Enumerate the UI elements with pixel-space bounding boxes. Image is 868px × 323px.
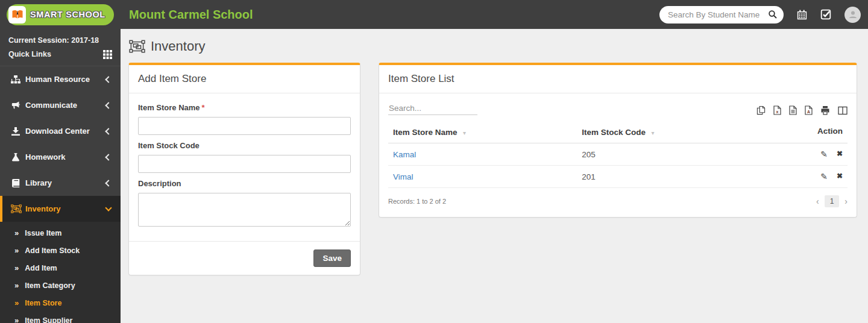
list-title: Item Store List [388, 73, 454, 84]
description-label: Description [138, 179, 351, 188]
sidebar-item-label: Homework [25, 152, 106, 162]
logo-text: SMART SCHOOL [30, 10, 105, 19]
sort-icon: ▾ [652, 130, 655, 136]
double-angle-right-icon: » [14, 281, 19, 290]
current-session-label: Current Session: 2017-18 [8, 34, 112, 46]
calendar-icon[interactable] [797, 10, 807, 20]
store-name-link[interactable]: Kamal [393, 150, 416, 159]
student-search-box [659, 6, 784, 24]
logo-pill: SMART SCHOOL [7, 4, 114, 25]
description-textarea[interactable] [138, 193, 351, 227]
flask-icon [11, 152, 25, 162]
inventory-submenu: » Issue Item » Add Item Stock » Add Item… [0, 222, 121, 323]
object-group-icon [129, 40, 145, 53]
item-stock-code-input[interactable] [138, 155, 351, 173]
task-check-icon[interactable] [820, 9, 831, 20]
double-angle-right-icon: » [14, 228, 19, 237]
delete-icon[interactable]: ✖ [837, 172, 843, 181]
copy-icon[interactable] [756, 105, 766, 115]
next-page-icon[interactable]: › [844, 196, 848, 206]
submenu-item-item-store[interactable]: » Item Store [0, 294, 121, 312]
school-name: Mount Carmel School [129, 8, 253, 22]
col-item-stock-code[interactable]: Item Stock Code [582, 128, 646, 137]
chevron-left-icon [105, 102, 112, 108]
delete-icon[interactable]: ✖ [837, 149, 843, 159]
submenu-item-item-category[interactable]: » Item Category [0, 277, 121, 294]
sort-icon: ▾ [463, 130, 466, 136]
add-item-store-panel: Add Item Store Item Store Name* Item Sto… [128, 63, 360, 275]
sidebar-item-label: Download Center [25, 127, 106, 136]
col-item-store-name[interactable]: Item Store Name [393, 128, 458, 137]
print-icon[interactable] [820, 105, 830, 115]
chevron-left-icon [105, 128, 112, 134]
required-marker: * [202, 103, 205, 112]
sidebar-item-inventory[interactable]: Inventory [0, 196, 121, 222]
pagination: ‹ 1 › [816, 195, 848, 207]
stock-code-value: 201 [582, 172, 788, 181]
main-content: Inventory Add Item Store Item Store Name… [121, 29, 868, 323]
submenu-item-add-item[interactable]: » Add Item [0, 259, 121, 277]
sidebar-item-download-center[interactable]: Download Center [0, 118, 121, 144]
submenu-item-item-supplier[interactable]: » Item Supplier [0, 312, 121, 323]
item-store-name-input[interactable] [138, 117, 351, 135]
sidebar-item-label: Communicate [25, 101, 106, 110]
book-icon [11, 178, 25, 188]
list-search-input[interactable] [388, 102, 477, 115]
bullhorn-icon [11, 101, 25, 110]
edit-icon[interactable]: ✎ [820, 172, 828, 181]
student-search-input[interactable] [668, 10, 768, 19]
user-avatar[interactable] [844, 7, 861, 23]
double-angle-right-icon: » [14, 316, 19, 323]
double-angle-right-icon: » [14, 263, 19, 272]
edit-icon[interactable]: ✎ [820, 149, 828, 159]
download-icon [11, 127, 25, 136]
item-stock-code-label: Item Stock Code [138, 141, 351, 150]
sitemap-icon [11, 75, 25, 84]
sidebar: Current Session: 2017-18 Quick Links [0, 29, 121, 323]
logo[interactable]: SMART SCHOOL [0, 0, 121, 29]
svg-text:A: A [807, 110, 810, 114]
chevron-left-icon [105, 76, 112, 83]
page-number[interactable]: 1 [825, 195, 840, 207]
quick-links-label: Quick Links [8, 48, 51, 60]
sidebar-item-communicate[interactable]: Communicate [0, 92, 121, 118]
csv-icon[interactable] [789, 105, 797, 115]
table-header: Item Store Name ▾ Item Stock Code ▾ Acti… [388, 123, 848, 143]
object-group-icon [11, 204, 25, 213]
submenu-item-add-item-stock[interactable]: » Add Item Stock [0, 242, 121, 259]
chevron-left-icon [105, 154, 112, 160]
sidebar-item-homework[interactable]: Homework [0, 144, 121, 170]
prev-page-icon[interactable]: ‹ [816, 196, 819, 206]
records-summary: Records: 1 to 2 of 2 [388, 198, 446, 205]
chevron-left-icon [105, 180, 112, 186]
pdf-icon[interactable]: A [805, 105, 813, 115]
search-icon[interactable] [768, 10, 778, 19]
item-store-name-label: Item Store Name* [138, 103, 351, 112]
columns-icon[interactable] [838, 106, 848, 115]
stock-code-value: 205 [582, 150, 788, 159]
svg-text:x: x [776, 110, 779, 114]
sidebar-item-human-resource[interactable]: Human Resource [0, 66, 121, 92]
table-row: Vimal 201 ✎ ✖ [388, 166, 848, 188]
chevron-down-icon [105, 204, 112, 211]
double-angle-right-icon: » [14, 298, 19, 307]
page-title: Inventory [151, 39, 206, 54]
open-book-icon [8, 6, 26, 24]
store-name-link[interactable]: Vimal [393, 172, 414, 181]
grid-icon[interactable] [103, 50, 112, 59]
sidebar-item-library[interactable]: Library [0, 170, 121, 196]
col-action: Action [788, 127, 843, 137]
top-header: SMART SCHOOL Mount Carmel School [0, 0, 868, 29]
form-title: Add Item Store [138, 73, 206, 84]
save-button[interactable]: Save [313, 249, 351, 267]
excel-icon[interactable]: x [773, 105, 781, 115]
sidebar-item-label: Library [25, 178, 106, 187]
table-row: Kamal 205 ✎ ✖ [388, 143, 848, 166]
double-angle-right-icon: » [14, 246, 19, 255]
item-store-list-panel: Item Store List [379, 63, 857, 218]
sidebar-item-label: Inventory [25, 204, 106, 213]
submenu-item-issue-item[interactable]: » Issue Item [0, 224, 121, 242]
sidebar-item-label: Human Resource [25, 75, 106, 84]
